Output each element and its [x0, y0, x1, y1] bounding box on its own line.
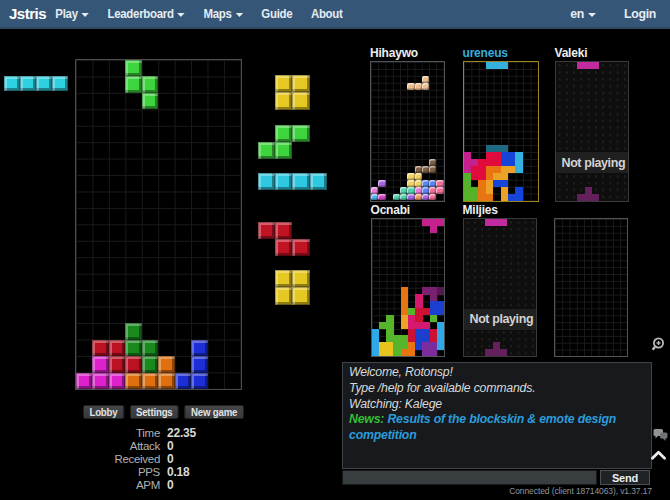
mino-cell	[292, 287, 309, 304]
send-button[interactable]: Send	[600, 470, 650, 485]
mino-cell	[429, 166, 436, 173]
mino-cell	[407, 83, 414, 90]
chat-input[interactable]	[342, 470, 597, 485]
queue-piece-Z	[258, 222, 310, 257]
mino-cell	[429, 159, 436, 166]
stat-label: APM	[58, 479, 160, 491]
mino-cell	[191, 373, 207, 389]
stat-value: 0.18	[167, 465, 190, 479]
mino-cell	[430, 225, 438, 232]
mino-cell	[142, 340, 158, 356]
mino-cell	[415, 180, 422, 187]
navbar: Jstris PlayLeaderboardMapsGuideAbout enL…	[0, 0, 670, 29]
mino-cell	[258, 142, 275, 159]
mino-cell	[378, 180, 385, 187]
connection-status: Connected (client 18714063), v1.37.17	[509, 486, 652, 496]
mino-cell	[430, 349, 438, 356]
mino-cell	[407, 180, 414, 187]
brand-jstris[interactable]: Jstris	[9, 5, 46, 22]
not-playing-overlay: Not playing	[464, 309, 537, 330]
not-playing-overlay: Not playing	[556, 152, 629, 173]
mino-cell	[36, 76, 52, 91]
mino-cell	[142, 356, 158, 372]
button-label: Lobby	[89, 406, 117, 418]
mino-cell	[592, 62, 600, 69]
lobby-button[interactable]: Lobby	[83, 405, 124, 420]
opponent-board-hihaywo[interactable]	[370, 61, 445, 202]
mino-cell	[4, 76, 20, 91]
mino-cell	[292, 75, 309, 92]
mino-cell	[125, 76, 141, 92]
nav-item-about[interactable]: About	[302, 7, 352, 21]
mino-cell	[422, 166, 429, 173]
nav-item-label: Maps	[203, 7, 231, 21]
mino-cell	[500, 219, 508, 226]
nav-item-maps[interactable]: Maps	[194, 7, 252, 21]
mino-cell	[500, 349, 508, 356]
nav-item-en[interactable]: en	[556, 7, 610, 21]
mino-cell	[515, 194, 523, 201]
chat-box[interactable]: Welcome, Rotonsp!Type /help for availabl…	[342, 362, 652, 469]
stat-label: Received	[58, 453, 160, 465]
player-name-hihaywo: Hihaywo	[370, 46, 418, 60]
mino-cell	[275, 75, 292, 92]
stat-row-pps: PPS0.18	[58, 466, 218, 479]
nav-item-play[interactable]: Play	[46, 7, 98, 21]
mino-cell	[109, 340, 125, 356]
news-prefix: News:	[349, 412, 384, 426]
news-link[interactable]: Results of the blockskin & emote design …	[349, 412, 616, 442]
mino-cell	[92, 373, 108, 389]
nav-item-label: en	[570, 7, 584, 21]
new-game-button[interactable]: New game	[185, 405, 244, 420]
queue-piece-O	[258, 270, 328, 305]
mino-cell	[415, 173, 422, 180]
opponent-board-empty[interactable]	[554, 218, 629, 358]
settings-button[interactable]: Settings	[129, 405, 179, 420]
zoom-icon[interactable]	[651, 336, 668, 353]
caret-down-icon	[81, 13, 88, 17]
caret-down-icon	[588, 13, 596, 17]
mino-cell	[486, 194, 494, 201]
opponent-board-miljies[interactable]: Not playing	[463, 218, 538, 358]
stat-value: 0	[167, 452, 173, 466]
chevron-up-icon[interactable]	[650, 448, 667, 462]
mino-cell	[275, 125, 292, 142]
main-playfield	[75, 59, 242, 390]
opponent-board-ocnabi[interactable]	[371, 218, 446, 358]
player-name-ocnabi: Ocnabi	[371, 203, 410, 217]
mino-cell	[437, 219, 445, 226]
mino-cell	[275, 239, 292, 256]
nav-item-label: Leaderboard	[108, 7, 174, 21]
mino-cell	[371, 194, 378, 201]
nav-item-guide[interactable]: Guide	[252, 7, 302, 21]
mino-cell	[415, 187, 422, 194]
caret-down-icon	[235, 13, 242, 17]
mino-cell	[436, 187, 443, 194]
hold-piece	[4, 76, 68, 91]
mino-cell	[109, 373, 125, 389]
mino-cell	[275, 92, 292, 109]
queue-piece-I	[258, 173, 328, 190]
mino-cell	[125, 340, 141, 356]
mino-cell	[142, 93, 158, 109]
mino-cell	[275, 142, 292, 159]
opponent-board-valeki[interactable]: Not playing	[555, 61, 630, 202]
mino-cell	[258, 173, 275, 190]
mino-cell	[371, 187, 378, 194]
mino-cell	[436, 180, 443, 187]
mino-cell	[515, 166, 523, 173]
opponent-board-ureneus[interactable]	[463, 61, 539, 202]
action-buttons: LobbySettingsNew game	[83, 405, 244, 420]
mino-cell	[275, 270, 292, 287]
nav-item-login[interactable]: Login	[610, 7, 670, 21]
mino-cell	[592, 194, 600, 201]
mino-cell	[142, 76, 158, 92]
chat-bubble-icon[interactable]	[653, 428, 668, 443]
mino-cell	[429, 180, 436, 187]
mino-cell	[275, 173, 292, 190]
stat-label: Time	[58, 427, 160, 439]
nav-item-label: Login	[624, 7, 656, 21]
mino-cell	[292, 239, 309, 256]
stat-label: Attack	[58, 440, 160, 452]
nav-item-leaderboard[interactable]: Leaderboard	[98, 7, 194, 21]
